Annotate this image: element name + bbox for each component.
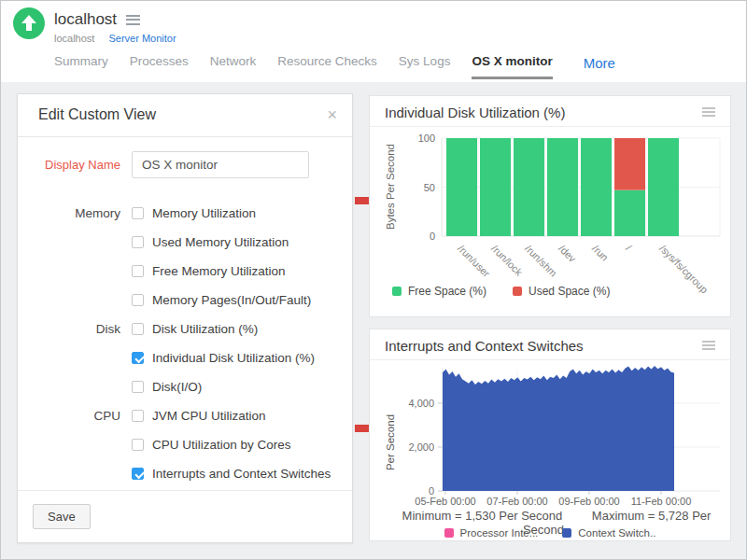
bar-segment xyxy=(547,138,578,236)
bar-segment xyxy=(648,138,679,236)
group-label-memory: Memory xyxy=(18,206,132,220)
legend-swatch xyxy=(513,287,522,296)
svg-text:09-Feb 00:00: 09-Feb 00:00 xyxy=(558,496,619,507)
legend-label: Context Switch.. xyxy=(578,527,655,539)
option-label: Disk Utilization (%) xyxy=(152,322,258,336)
svg-text:/run/lock: /run/lock xyxy=(489,243,525,278)
option-row: Memory Pages(In/Out/Fault) xyxy=(18,291,352,308)
option-row: Disk(I/O) xyxy=(18,378,352,395)
svg-text:11-Feb 00:00: 11-Feb 00:00 xyxy=(631,496,692,507)
content-area: Edit Custom View × Display Name MemoryMe… xyxy=(0,82,747,560)
more-link[interactable]: More xyxy=(584,55,615,71)
option-label: CPU Utilization by Cores xyxy=(152,438,291,452)
interrupts-chart: 02,0004,00005-Feb 00:0007-Feb 00:0009-Fe… xyxy=(370,360,730,508)
chart-title: Interrupts and Context Switches xyxy=(385,338,584,354)
option-row: Free Memory Utilization xyxy=(18,262,352,279)
breadcrumb: localhost Server Monitor xyxy=(54,33,176,44)
bar-segment xyxy=(514,138,544,236)
tab-summary[interactable]: Summary xyxy=(54,54,108,77)
dialog-title: Edit Custom View xyxy=(38,106,156,123)
group-label-disk: Disk xyxy=(18,322,132,336)
chart-title: Individual Disk Utilization (%) xyxy=(385,105,565,120)
option-label: Memory Pages(In/Out/Fault) xyxy=(152,293,311,307)
area-series xyxy=(443,366,674,491)
checkbox-memory-pages-in-out-fault-[interactable] xyxy=(132,294,144,306)
chart-menu-icon[interactable] xyxy=(702,105,715,119)
option-row: Interrupts and Context Switches xyxy=(18,465,352,482)
legend-swatch xyxy=(444,528,454,538)
close-icon[interactable]: × xyxy=(327,105,337,125)
option-label: Free Memory Utilization xyxy=(152,264,286,278)
bar-segment xyxy=(480,138,511,236)
legend-item[interactable]: Free Space (%) xyxy=(392,285,486,298)
option-row: Individual Disk Utilization (%) xyxy=(18,349,352,366)
tab-sys-logs[interactable]: Sys Logs xyxy=(399,54,451,77)
option-row: CPUJVM CPU Utilization xyxy=(18,407,352,424)
dialog-footer: Save xyxy=(18,490,352,542)
svg-text:2,000: 2,000 xyxy=(408,441,434,453)
bar-segment xyxy=(446,138,477,236)
display-name-input[interactable] xyxy=(132,151,309,178)
svg-text:/run/user: /run/user xyxy=(456,243,492,279)
hamburger-menu-icon[interactable] xyxy=(126,12,140,27)
checkbox-disk-utilization-[interactable] xyxy=(132,323,144,335)
tab-bar: SummaryProcessesNetworkResource ChecksSy… xyxy=(54,54,615,79)
dialog-header: Edit Custom View × xyxy=(18,94,352,137)
svg-text:/run: /run xyxy=(590,243,611,263)
checkbox-individual-disk-utilization-[interactable] xyxy=(132,352,144,364)
svg-text:/run/shm: /run/shm xyxy=(523,243,559,279)
breadcrumb-server-monitor-link[interactable]: Server Monitor xyxy=(108,33,176,44)
checkbox-memory-utilization[interactable] xyxy=(132,207,144,219)
panel-header: Interrupts and Context Switches xyxy=(370,329,730,360)
svg-text:/sys/fs/cgroup: /sys/fs/cgroup xyxy=(657,243,710,295)
tab-resource-checks[interactable]: Resource Checks xyxy=(277,54,377,77)
chart-menu-icon[interactable] xyxy=(702,339,715,352)
legend-label: Free Space (%) xyxy=(408,285,486,298)
option-label: JVM CPU Utilization xyxy=(152,409,266,423)
tab-os-x-monitor[interactable]: OS X monitor xyxy=(472,54,552,79)
option-row: CPU Utilization by Cores xyxy=(18,436,352,453)
legend-label: Used Space (%) xyxy=(529,285,610,298)
legend-item[interactable]: Processor Inte... xyxy=(444,527,539,539)
disk-utilization-panel: Individual Disk Utilization (%) 050100By… xyxy=(369,95,731,317)
option-label: Individual Disk Utilization (%) xyxy=(152,351,315,365)
save-button[interactable]: Save xyxy=(33,504,91,529)
svg-text:4,000: 4,000 xyxy=(408,398,434,409)
svg-text:/: / xyxy=(624,243,634,253)
page-header: localhost localhost Server Monitor Summa… xyxy=(0,0,747,82)
tab-network[interactable]: Network xyxy=(210,54,257,77)
tab-processes[interactable]: Processes xyxy=(130,54,189,77)
option-label: Interrupts and Context Switches xyxy=(152,467,331,481)
checkbox-jvm-cpu-utilization[interactable] xyxy=(132,410,144,422)
svg-text:Bytes Per Second: Bytes Per Second xyxy=(385,144,396,230)
option-row: MemoryMemory Utilization xyxy=(18,204,352,221)
checkbox-interrupts-and-context-switches[interactable] xyxy=(132,468,144,480)
legend-label: Processor Inte... xyxy=(460,527,539,539)
chart-legend: Free Space (%)Used Space (%) xyxy=(392,285,610,298)
checkbox-free-memory-utilization[interactable] xyxy=(132,265,144,277)
legend-item[interactable]: Context Switch.. xyxy=(562,527,655,539)
svg-text:05-Feb 00:00: 05-Feb 00:00 xyxy=(415,496,475,507)
monitor-title: localhost xyxy=(54,10,117,29)
checkbox-cpu-utilization-by-cores[interactable] xyxy=(132,439,144,451)
metric-option-list: MemoryMemory UtilizationUsed Memory Util… xyxy=(18,204,352,482)
bar-segment xyxy=(614,190,645,236)
svg-text:/dev: /dev xyxy=(557,243,579,265)
svg-text:Per Second: Per Second xyxy=(385,414,396,470)
legend-swatch xyxy=(392,287,402,296)
checkbox-disk-i-o-[interactable] xyxy=(132,381,144,393)
monitor-status-icon xyxy=(13,7,45,39)
option-row: Used Memory Utilization xyxy=(18,233,352,250)
svg-text:50: 50 xyxy=(424,182,435,193)
breadcrumb-host: localhost xyxy=(54,33,94,44)
group-label-cpu: CPU xyxy=(18,409,132,423)
svg-text:100: 100 xyxy=(418,133,435,144)
legend-item[interactable]: Used Space (%) xyxy=(513,285,610,298)
panel-header: Individual Disk Utilization (%) xyxy=(370,96,730,127)
svg-text:07-Feb 00:00: 07-Feb 00:00 xyxy=(486,496,547,507)
min-value-label: Minimum = 1,530 Per Second xyxy=(402,509,563,523)
checkbox-used-memory-utilization[interactable] xyxy=(132,236,144,248)
interrupts-panel: Interrupts and Context Switches 02,0004,… xyxy=(369,329,731,541)
option-label: Used Memory Utilization xyxy=(152,235,289,249)
edit-custom-view-dialog: Edit Custom View × Display Name MemoryMe… xyxy=(17,93,353,543)
